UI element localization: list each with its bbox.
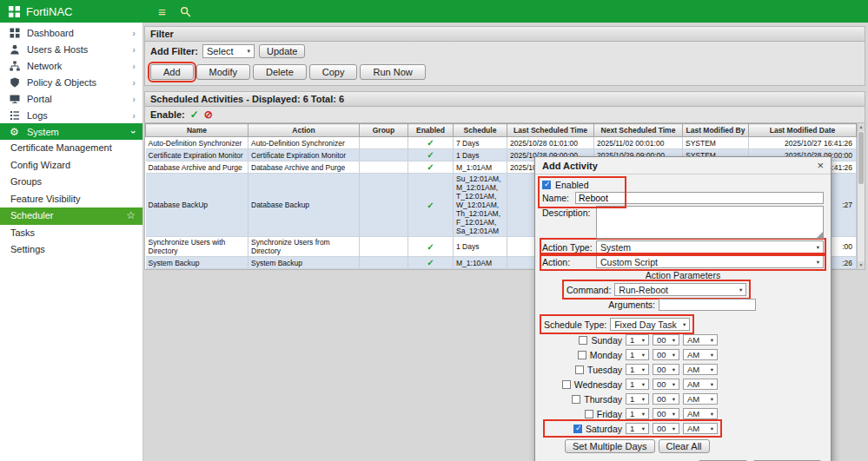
- col-enabled[interactable]: Enabled: [408, 124, 454, 137]
- wednesday-minute-select[interactable]: 00▾: [653, 379, 679, 390]
- tuesday-ampm-select[interactable]: AM▾: [683, 364, 718, 375]
- top-bar: FortiNAC ≡: [0, 0, 868, 23]
- friday-minute-select[interactable]: 00▾: [653, 408, 679, 419]
- update-button[interactable]: Update: [259, 44, 305, 58]
- sunday-checkbox[interactable]: [579, 336, 587, 345]
- sunday-minute-select[interactable]: 00▾: [653, 334, 679, 346]
- brand[interactable]: FortiNAC: [9, 5, 146, 18]
- command-select[interactable]: Run-Reboot ▾: [614, 283, 746, 296]
- chevron-down-icon: ▾: [673, 396, 675, 403]
- arguments-input[interactable]: [659, 299, 756, 311]
- col-last-modified-date[interactable]: Last Modified Date: [749, 124, 857, 137]
- friday-hour-select[interactable]: 1▾: [626, 408, 649, 419]
- disable-all-icon[interactable]: ⊘: [204, 109, 213, 121]
- monday-ampm-select[interactable]: AM▾: [683, 349, 718, 360]
- search-icon[interactable]: [180, 6, 191, 17]
- sidebar-item-dashboard[interactable]: Dashboard ›: [0, 24, 142, 41]
- monday-minute-select[interactable]: 00▾: [653, 349, 679, 360]
- close-icon[interactable]: ×: [817, 159, 824, 172]
- name-input[interactable]: [575, 192, 824, 204]
- scroll-up-icon[interactable]: ▲: [858, 123, 865, 131]
- saturday-minute-select[interactable]: 00▾: [653, 423, 679, 434]
- sidebar-item-logs[interactable]: Logs ›: [0, 107, 142, 123]
- sidebar-item-network[interactable]: Network ›: [0, 57, 142, 74]
- wednesday-checkbox[interactable]: [562, 380, 571, 389]
- modify-button[interactable]: Modify: [196, 64, 250, 80]
- dashboard-icon: [9, 28, 20, 38]
- wednesday-hour-select[interactable]: 1▾: [626, 379, 649, 390]
- thursday-ampm-select[interactable]: AM▾: [683, 393, 718, 405]
- sidebar-item-system[interactable]: ⚙ System ›: [0, 123, 142, 140]
- sunday-hour-select[interactable]: 1▾: [626, 334, 649, 346]
- star-icon[interactable]: ☆: [126, 207, 136, 225]
- sunday-ampm-select[interactable]: AM▾: [683, 334, 718, 346]
- action-select[interactable]: Custom Script ▾: [596, 255, 824, 268]
- set-multiple-days-button[interactable]: Set Multiple Days: [565, 439, 655, 453]
- monday-hour-select[interactable]: 1▾: [626, 349, 649, 360]
- scroll-down-icon[interactable]: ▼: [858, 261, 865, 269]
- schedule-type-label: Schedule Type:: [544, 319, 606, 330]
- monitor-icon: [9, 94, 20, 104]
- sidebar-item-scheduler[interactable]: Scheduler ☆: [0, 207, 142, 225]
- sidebar-item-feature-visibility[interactable]: Feature Visibility: [0, 191, 142, 208]
- dialog-title-bar: Add Activity ×: [535, 157, 831, 175]
- sidebar-item-config-wizard[interactable]: Config Wizard: [0, 157, 142, 175]
- sidebar-item-groups[interactable]: Groups: [0, 174, 142, 191]
- sidebar-item-users-hosts[interactable]: Users & Hosts ›: [0, 41, 142, 57]
- shield-icon: [9, 77, 20, 88]
- col-last-modified-by[interactable]: Last Modified By: [683, 124, 749, 137]
- tuesday-hour-select[interactable]: 1▾: [626, 364, 649, 375]
- arguments-label: Arguments:: [565, 300, 655, 310]
- copy-button[interactable]: Copy: [309, 64, 358, 80]
- col-group[interactable]: Group: [360, 124, 408, 137]
- scrollbar-thumb[interactable]: [858, 132, 864, 184]
- menu-icon[interactable]: ≡: [158, 5, 166, 18]
- friday-ampm-select[interactable]: AM▾: [683, 408, 718, 419]
- chevron-right-icon: ›: [132, 28, 136, 38]
- enabled-check-icon: ✓: [408, 257, 454, 269]
- enabled-check-icon: ✓: [408, 161, 454, 174]
- run-now-button[interactable]: Run Now: [360, 64, 425, 80]
- sidebar-item-policy-objects[interactable]: Policy & Objects ›: [0, 74, 142, 90]
- col-action[interactable]: Action: [248, 124, 360, 137]
- monday-checkbox[interactable]: [578, 351, 586, 359]
- sidebar-item-portal[interactable]: Portal ›: [0, 90, 142, 107]
- saturday-checkbox[interactable]: [573, 425, 582, 433]
- thursday-hour-select[interactable]: 1▾: [626, 393, 649, 405]
- day-row-saturday: Saturday 1▾ 00▾ AM▾: [546, 422, 824, 435]
- name-label: Name:: [542, 193, 575, 203]
- sidebar-item-settings[interactable]: Settings: [0, 241, 142, 259]
- col-name[interactable]: Name: [146, 124, 248, 137]
- add-button[interactable]: Add: [150, 64, 194, 80]
- chevron-down-icon: ▾: [673, 411, 675, 418]
- vertical-scrollbar[interactable]: ▲ ▼: [857, 123, 865, 269]
- col-last-scheduled[interactable]: Last Scheduled Time: [507, 124, 594, 137]
- sidebar-item-certificate-management[interactable]: Certificate Management: [0, 140, 142, 157]
- table-row[interactable]: Auto-Definition Synchronizer Auto-Defini…: [146, 137, 857, 149]
- saturday-hour-select[interactable]: 1▾: [626, 423, 649, 434]
- saturday-ampm-select[interactable]: AM▾: [683, 423, 718, 434]
- enable-all-icon[interactable]: ✓: [190, 109, 199, 121]
- delete-button[interactable]: Delete: [253, 64, 307, 80]
- wednesday-ampm-select[interactable]: AM▾: [683, 379, 718, 390]
- add-activity-dialog: Add Activity × Enabled Name: Description…: [534, 156, 832, 461]
- action-type-select[interactable]: System ▾: [596, 240, 824, 254]
- chevron-down-icon: ▾: [642, 396, 645, 403]
- description-textarea[interactable]: [596, 206, 824, 239]
- col-schedule[interactable]: Schedule: [454, 124, 507, 137]
- tuesday-minute-select[interactable]: 00▾: [653, 364, 679, 375]
- friday-checkbox[interactable]: [585, 410, 593, 418]
- enabled-checkbox[interactable]: [542, 181, 551, 189]
- toolbar: Add Modify Delete Copy Run Now: [145, 61, 865, 85]
- clear-all-button[interactable]: Clear All: [659, 439, 710, 453]
- col-next-scheduled[interactable]: Next Scheduled Time: [594, 124, 683, 137]
- network-icon: [9, 61, 20, 71]
- tuesday-checkbox[interactable]: [575, 366, 584, 374]
- filter-select[interactable]: Select ▾: [202, 44, 255, 58]
- sidebar-item-tasks[interactable]: Tasks: [0, 225, 142, 242]
- schedule-type-select[interactable]: Fixed Day Task ▾: [610, 318, 690, 331]
- thursday-checkbox[interactable]: [572, 395, 580, 404]
- thursday-minute-select[interactable]: 00▾: [653, 393, 679, 405]
- chevron-down-icon: ▾: [642, 337, 645, 344]
- enabled-check-icon: ✓: [408, 137, 454, 149]
